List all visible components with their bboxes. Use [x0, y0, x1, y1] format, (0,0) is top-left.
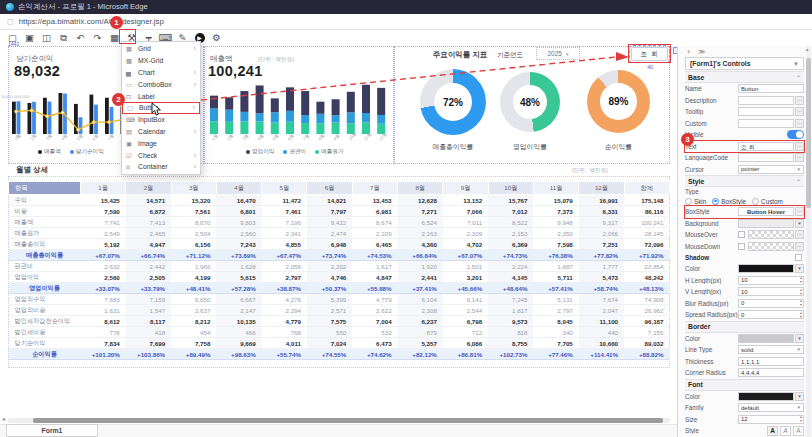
cell: 2,505 — [126, 272, 171, 283]
spinner-arrows-icon[interactable]: ▴▾ — [800, 299, 803, 307]
chevron-down-icon[interactable]: ▼ — [795, 392, 804, 401]
select-family[interactable]: default▼ — [738, 403, 804, 412]
prop-row-mouseover: MouseOver··· — [685, 229, 804, 241]
page-icon: ▢ — [7, 18, 14, 26]
prop-input-thickness[interactable]: 1,1,1,1 — [738, 357, 804, 366]
more-button[interactable]: ··· — [795, 142, 804, 151]
cell: 6,141 — [443, 294, 488, 305]
cell: 712 — [443, 327, 488, 338]
open-folder-icon[interactable]: ▣ — [21, 30, 38, 46]
settings-icon[interactable]: ⚙ — [208, 30, 225, 46]
spinner-h-length-px-[interactable]: 10▴▾ — [738, 276, 804, 285]
scroll-left-icon[interactable]: ◄ — [1, 416, 6, 422]
spinner-arrows-icon[interactable]: ▴▾ — [800, 311, 803, 319]
spinner-arrows-icon[interactable]: ▴▾ — [800, 415, 803, 423]
panel-scrollbar-thumb[interactable] — [806, 58, 811, 208]
prop-input-tooltip[interactable] — [738, 107, 794, 116]
color-swatch-color[interactable] — [738, 264, 794, 273]
radio-custom[interactable] — [752, 198, 759, 205]
menu-item-check[interactable]: ☑Check› — [122, 149, 200, 161]
font-bold-button[interactable]: A — [767, 426, 778, 436]
more-button[interactable]: ··· — [795, 119, 804, 128]
more-button[interactable]: ··· — [795, 230, 804, 239]
section-header-style[interactable]: Style⌃ — [685, 175, 804, 187]
transparent-color-field[interactable] — [748, 230, 794, 239]
cell: 13,152 — [443, 195, 488, 206]
cell: 7,159 — [126, 294, 171, 305]
panel-scroll-up-icon[interactable]: ▲ — [805, 47, 809, 52]
section-header-base[interactable]: Base⌃ — [685, 71, 804, 83]
base-year-select[interactable]: 2025 ▾ — [536, 47, 580, 60]
checkbox-shadow[interactable] — [795, 254, 802, 261]
revenue-stacked-chart: 1월2월3월4월5월6월7월8월9월10월11월12월 — [206, 82, 392, 144]
menu-item-calendar[interactable]: ▤Calendar› — [122, 126, 200, 138]
prop-label: LanguageCode — [685, 154, 738, 161]
column-header-month: 10월 — [488, 182, 533, 195]
prop-value-boxstyle[interactable]: Button Hover — [738, 207, 794, 216]
menu-item-image[interactable]: ▣Image — [122, 137, 200, 149]
select-cursor[interactable]: pointer▼ — [738, 165, 804, 174]
checkbox-mousedown[interactable] — [738, 243, 745, 250]
section-header-border[interactable]: Border — [685, 321, 804, 333]
font-outline-button[interactable]: A — [793, 426, 804, 436]
search-button[interactable]: 조 회 — [631, 47, 668, 61]
select-line-type[interactable]: solid▼ — [738, 345, 804, 354]
cell: 818 — [488, 327, 533, 338]
prop-input-custom[interactable] — [738, 119, 794, 128]
prop-input-description[interactable] — [738, 96, 794, 105]
save-icon[interactable]: ◫ — [38, 30, 55, 46]
radio-skin[interactable] — [685, 198, 692, 205]
cell: 7,251 — [579, 239, 624, 250]
section-header-font[interactable]: Font — [685, 379, 804, 391]
menu-item-label[interactable]: ⊡Label — [122, 90, 200, 102]
prop-row-color: Color▼ — [685, 333, 804, 345]
menu-item-grid[interactable]: ▦Grid› — [122, 43, 200, 55]
svg-text:2월: 2월 — [226, 133, 234, 141]
dock-icon[interactable]: ≫ — [698, 48, 705, 56]
color-swatch-color[interactable] — [738, 334, 794, 343]
prop-input-corner-radius[interactable]: 4,4,4,4 — [738, 368, 804, 377]
color-swatch-background[interactable] — [738, 219, 794, 228]
toggle-visible[interactable] — [787, 130, 804, 139]
menu-item-chart[interactable]: ▅Chart› — [122, 67, 200, 79]
chevron-down-icon[interactable]: ▼ — [795, 219, 804, 228]
tab-form1[interactable]: Form1 — [6, 424, 98, 437]
spinner-v-length-px-[interactable]: 10▴▾ — [738, 287, 804, 296]
selection-width-badge: 40 — [640, 64, 660, 70]
prop-input-languagecode[interactable] — [738, 153, 794, 162]
save-all-icon[interactable]: ⧉ — [55, 30, 72, 46]
menu-item-container[interactable]: ⧈Container› — [122, 161, 200, 173]
font-italic-button[interactable]: A — [780, 426, 791, 436]
image-icon: ▣ — [126, 140, 135, 147]
color-swatch-color[interactable] — [738, 392, 794, 401]
chevron-down-icon[interactable]: ▼ — [795, 264, 804, 273]
menu-item-mx-grid[interactable]: ▩MX-Grid — [122, 55, 200, 67]
spinner-spread-radius-px-[interactable]: 0▴▾ — [738, 310, 804, 319]
checkbox-mouseover[interactable] — [738, 231, 745, 238]
row-label: 판관비 — [9, 261, 81, 272]
add-icon[interactable]: ＋ — [685, 47, 692, 57]
more-button[interactable]: ··· — [795, 153, 804, 162]
menu-item-combobox[interactable]: ▭ComboBox› — [122, 78, 200, 90]
horizontal-scrollbar-thumb[interactable] — [33, 418, 663, 423]
redo-icon[interactable]: ↷ — [89, 30, 106, 46]
spinner-arrows-icon[interactable]: ▴▾ — [800, 276, 803, 284]
cell: 11,100 — [579, 316, 624, 327]
more-button[interactable]: ··· — [795, 107, 804, 116]
chevron-down-icon[interactable]: ▼ — [795, 334, 804, 343]
more-button[interactable]: ··· — [795, 242, 804, 251]
prop-input-name[interactable]: Button — [738, 84, 804, 93]
undo-icon[interactable]: ↶ — [72, 30, 89, 46]
controls-header[interactable]: [Form1]'s Controls ▼ — [685, 57, 804, 70]
chevron-down-icon: ▼ — [793, 61, 799, 67]
more-button[interactable]: ··· — [795, 96, 804, 105]
spinner-blur-radius-px-[interactable]: 0▴▾ — [738, 299, 804, 308]
radio-boxstyle[interactable] — [712, 198, 719, 205]
transparent-color-field[interactable] — [748, 242, 794, 251]
spinner-size[interactable]: 12▴▾ — [738, 415, 804, 424]
prop-input-text[interactable]: 조 회 — [738, 142, 794, 151]
prop-row-spread-radius-px-: Spread Radius(px)0▴▾ — [685, 309, 804, 321]
spinner-arrows-icon[interactable]: ▴▾ — [800, 288, 803, 296]
more-button[interactable]: ··· — [795, 207, 804, 216]
prop-label: H Length(px) — [685, 277, 738, 284]
